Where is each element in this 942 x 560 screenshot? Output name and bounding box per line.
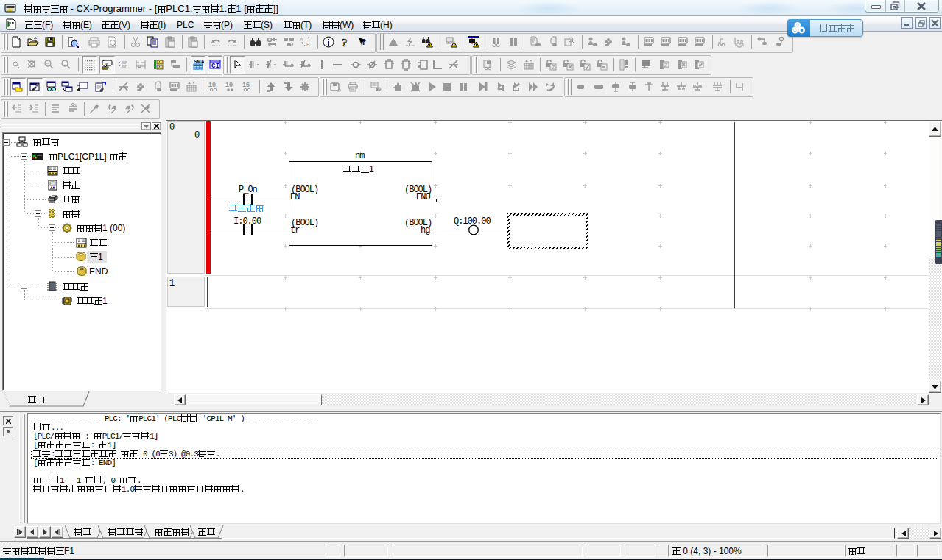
svg-text:B: B: [306, 42, 310, 47]
svg-text:Z: Z: [552, 65, 555, 70]
svg-text:16: 16: [242, 81, 250, 88]
svg-text:?: ?: [362, 37, 366, 47]
svg-text:Z: Z: [664, 63, 668, 68]
svg-text:w: w: [105, 61, 109, 65]
svg-text:10: 10: [225, 81, 233, 88]
svg-text:CI: CI: [211, 63, 219, 70]
svg-text:SMA: SMA: [194, 59, 204, 64]
svg-text:?: ?: [342, 37, 348, 48]
svg-text:A: A: [300, 37, 303, 42]
svg-text:10: 10: [208, 81, 216, 88]
